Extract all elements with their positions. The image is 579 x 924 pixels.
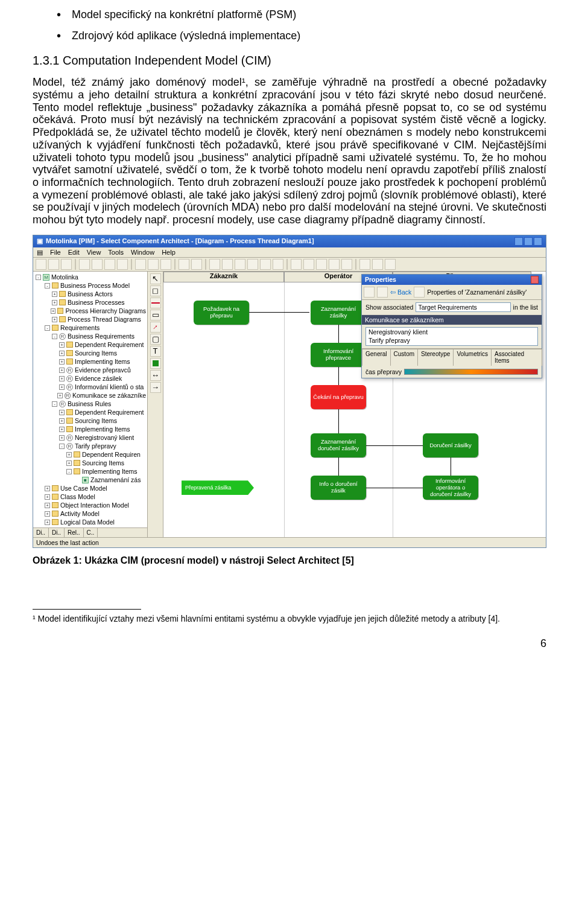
toolbar-button[interactable] [247,259,258,270]
tree-row[interactable]: -RBusiness Requirements [34,332,146,340]
toolbar-button[interactable] [291,259,302,270]
toolbar-button[interactable] [316,259,327,270]
tree-row[interactable]: +Process Thread Diagrams [34,315,146,323]
tab-general[interactable]: General [362,349,391,366]
shape-tool[interactable]: ◻ [150,285,161,296]
tab-stereotype[interactable]: Stereotype [417,349,454,366]
toolbar-button[interactable] [92,259,103,270]
tree-row[interactable]: +Process Hierarchy Diagrams [34,307,146,315]
tree-row[interactable]: +RInformování klientů o sta [34,383,146,391]
process-node-selected[interactable]: Čekání na přepravu [311,385,366,409]
toolbar-button[interactable] [48,259,59,270]
tree-row[interactable]: -RBusiness Rules [34,400,146,408]
tree-row[interactable]: -Implementing Items [34,467,146,476]
toolbar-button[interactable] [209,259,220,270]
tree-row[interactable]: +Sourcing Items [34,416,146,425]
toolbar-button[interactable] [273,259,283,270]
tree-row[interactable]: +Use Case Model [34,484,146,492]
branch-tool[interactable]: ↔ [150,370,161,381]
menu-view[interactable]: View [87,249,101,256]
process-node[interactable]: Info o doručení zásilk [311,476,366,500]
tab-custom[interactable]: Custom [390,349,418,366]
toolbar-button[interactable] [79,259,90,270]
tree-row[interactable]: +Class Model [34,492,146,501]
tree-row[interactable]: +Activity Model [34,509,146,518]
tree-row[interactable]: -Business Process Model [34,281,146,290]
tree-row[interactable]: +Sourcing Items [34,349,146,357]
app-menu-icon[interactable]: ▤ [37,249,43,256]
menu-edit[interactable]: Edit [68,249,80,256]
toolbar-button[interactable] [260,259,271,270]
properties-panel[interactable]: Properties ⇦ Back Properties of 'Zazname… [361,274,542,378]
process-node[interactable]: Doručení zásilky [423,433,478,457]
process-node[interactable]: Informování operátora o doručení zásilky [423,476,478,500]
tree-row[interactable]: +REvidence přepravců [34,366,146,374]
model-tree[interactable]: -MMotolinka-Business Process Model+Busin… [33,272,147,527]
tree-row[interactable]: +Dependent Requirement [34,340,146,349]
toolbar-button[interactable] [235,259,245,270]
tree-row[interactable]: +Logical Data Model [34,518,146,526]
maximize-button[interactable] [524,237,533,246]
toolbar-button[interactable] [135,259,146,270]
cut-button[interactable] [364,287,375,298]
tree-row[interactable]: ■Zaznamenání zás [34,476,146,484]
process-node[interactable]: Požadavek na přepravu [194,301,249,325]
toolbar-button[interactable] [160,259,171,270]
back-link[interactable]: ⇦ Back [390,288,411,296]
close-button[interactable] [534,237,542,246]
arrow-tool[interactable]: → [150,322,161,333]
pointer-tool[interactable]: ↖ [150,273,161,284]
menu-tools[interactable]: Tools [108,249,124,256]
tree-row[interactable]: -Requirements [34,323,146,332]
toolbar-button[interactable] [117,259,128,270]
tab-volumetrics[interactable]: Volumetrics [453,349,492,366]
activity-tool[interactable] [150,358,161,369]
process-node[interactable]: Zaznamenání doručení zásilky [311,433,366,457]
toolbar-button[interactable] [222,259,233,270]
toolbar-button[interactable] [191,259,202,270]
toolbar-button[interactable] [341,259,352,270]
sidebar-tab[interactable]: Di.. [33,528,49,538]
tree-row[interactable]: +Implementing Items [34,357,146,366]
tree-row[interactable]: +Business Actors [34,290,146,298]
tree-row[interactable]: +Object Interaction Model [34,501,146,509]
tree-row[interactable]: +Dependent Requiren [34,450,146,459]
list-item[interactable]: Neregistrovaný klient [366,328,537,336]
toolbar-button[interactable] [179,259,189,270]
toolbar-button[interactable] [329,259,340,270]
toolbar-button[interactable] [104,259,115,270]
toolbar-button[interactable] [148,259,159,270]
box-tool[interactable]: ▢ [150,334,161,345]
process-node[interactable]: Zaznamenání zásilky [311,301,366,325]
note-tool[interactable]: ▭ [150,310,161,320]
toolbar-button[interactable] [61,259,72,270]
tree-row[interactable]: +REvidence zásilek [34,374,146,383]
tree-row[interactable]: +Sourcing Items [34,459,146,467]
flow-tool[interactable]: → [150,382,161,393]
external-arrow[interactable]: Přepravená zásilka [182,480,254,495]
toolbar-button[interactable] [359,259,370,270]
tree-row[interactable]: +RKomunikace se zákazníke [34,391,146,400]
sidebar-tab[interactable]: Di.. [49,528,65,538]
sidebar-tab[interactable]: Rel.. [65,528,84,538]
connector-tool[interactable] [150,298,161,308]
menu-help[interactable]: Help [162,249,176,256]
sidebar-tab[interactable]: C.. [84,528,98,538]
toolbar-button[interactable] [36,259,46,270]
diagram-canvas[interactable]: Zákazník Operátor Přepravce Požadavek na… [163,272,546,537]
tree-row[interactable]: +Implementing Items [34,425,146,433]
text-tool[interactable]: T [150,346,161,357]
menu-file[interactable]: File [50,249,61,256]
time-bar[interactable] [404,369,538,375]
tree-row[interactable]: -RTarify přepravy [34,442,146,450]
copy-button[interactable] [377,287,388,298]
menu-window[interactable]: Window [131,249,154,256]
close-icon[interactable] [531,276,539,284]
tab-associated[interactable]: Associated Items [491,349,542,366]
toolbar-button[interactable] [385,259,396,270]
toolbar-button[interactable] [303,259,314,270]
minimize-button[interactable] [514,237,523,246]
toolbar-button[interactable] [372,259,383,270]
tree-row[interactable]: +RNeregistrovaný klient [34,433,146,442]
requirements-list[interactable]: Neregistrovaný klient Tarify přepravy [365,327,538,345]
